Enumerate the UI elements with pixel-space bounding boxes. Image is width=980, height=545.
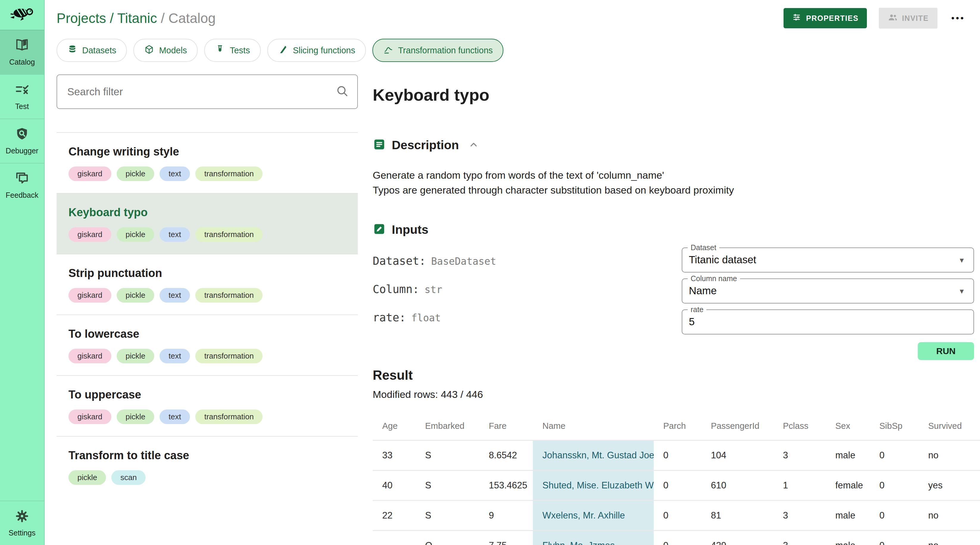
catalog-item-to-lowercase[interactable]: To lowercasegiskardpickletexttransformat… — [57, 315, 358, 375]
signature-row: Column:str — [373, 283, 682, 296]
app-logo[interactable] — [0, 0, 44, 30]
tag-giskard: giskard — [68, 288, 111, 303]
tag-transformation: transformation — [195, 410, 262, 424]
tag-transformation: transformation — [195, 227, 262, 242]
table-row: 22S9Wxelens, Mr. Axhille0813male0no — [373, 500, 980, 531]
sidebar-item-catalog[interactable]: Catalog — [0, 30, 44, 74]
invite-button[interactable]: INVITE — [879, 8, 938, 29]
properties-button[interactable]: PROPERTIES — [784, 8, 867, 28]
tab-label: Tests — [230, 46, 250, 56]
cube-icon — [144, 45, 154, 57]
catalog-item-title: Keyboard typo — [68, 206, 346, 219]
sidebar-item-label: Settings — [9, 529, 35, 537]
table-cell: yes — [919, 470, 980, 500]
modified-name-cell: Flyhn, Me. Jzmes — [533, 531, 654, 545]
turtle-logo-icon — [8, 4, 36, 25]
function-list-panel: Change writing stylegiskardpickletexttra… — [57, 62, 358, 545]
sidebar-item-label: Debugger — [6, 147, 38, 155]
catalog-item-transform-to-title-case[interactable]: Transform to title casepicklescan — [57, 437, 358, 497]
sidebar-item-settings[interactable]: Settings — [0, 500, 44, 545]
table-cell: 0 — [870, 531, 919, 545]
sidebar-item-feedback[interactable]: Feedback — [0, 163, 44, 207]
table-row: 33S8.6542Johansskn, Mt. Gustad Joel01043… — [373, 440, 980, 470]
sidebar-item-test[interactable]: Test — [0, 74, 44, 118]
table-cell: 0 — [870, 440, 919, 470]
run-button[interactable]: RUN — [918, 342, 974, 360]
param-name: Dataset: — [373, 255, 426, 268]
more-menu-button[interactable]: ••• — [949, 13, 967, 24]
tab-models[interactable]: Models — [134, 39, 198, 62]
table-cell: 0 — [654, 500, 702, 531]
catalog-item-title: To lowercase — [68, 328, 346, 340]
table-cell: S — [415, 440, 479, 470]
tag-row: giskardpickletexttransformation — [68, 349, 346, 363]
tab-datasets[interactable]: Datasets — [57, 39, 127, 62]
table-cell: 0 — [654, 440, 702, 470]
tag-transformation: transformation — [195, 166, 262, 181]
search-input[interactable] — [57, 75, 357, 108]
tune-icon — [792, 13, 801, 24]
description-line: Generate a random typo from words of the… — [373, 168, 974, 183]
column-header-parch: Parch — [654, 412, 702, 440]
table-header-row: AgeEmbarkedFareNameParchPassengerIdPclas… — [373, 412, 980, 440]
tab-slicing-functions[interactable]: Slicing functions — [267, 39, 366, 62]
invite-label: INVITE — [902, 14, 929, 22]
table-cell: S — [415, 470, 479, 500]
catalog-item-strip-punctuation[interactable]: Strip punctuationgiskardpickletexttransf… — [57, 254, 358, 314]
main-area: Projects / Titanic / Catalog PROPERTIES — [45, 0, 980, 545]
tag-pickle: pickle — [117, 349, 154, 363]
catalog-item-title: Transform to title case — [68, 449, 346, 462]
gear-icon — [14, 508, 30, 525]
table-cell: 3 — [773, 440, 826, 470]
breadcrumb-current-catalog: Catalog — [169, 10, 216, 26]
tab-tests[interactable]: Tests — [204, 39, 261, 62]
table-cell: 0 — [654, 470, 702, 500]
tab-transformation-functions[interactable]: Transformation functions — [372, 39, 503, 62]
database-icon — [67, 45, 77, 57]
collapse-description-button[interactable] — [468, 139, 479, 151]
table-cell: 0 — [870, 500, 919, 531]
tag-row: giskardpickletexttransformation — [68, 288, 346, 303]
test-tube-icon — [215, 45, 225, 57]
column-header-sibsp: SibSp — [870, 412, 919, 440]
signature-row: rate:float — [373, 311, 682, 324]
sidebar-item-debugger[interactable]: Debugger — [0, 118, 44, 163]
modified-rows-count: Modified rows: 443 / 446 — [373, 389, 974, 400]
column-header-passengerid: PassengerId — [702, 412, 773, 440]
table-cell: 153.4625 — [479, 470, 533, 500]
chevron-up-icon — [468, 147, 479, 151]
catalog-item-to-uppercase[interactable]: To uppercasegiskardpickletexttransformat… — [57, 376, 358, 436]
breadcrumb-projects[interactable]: Projects — [57, 10, 106, 26]
knife-icon — [278, 45, 288, 57]
table-cell: 3 — [773, 531, 826, 545]
tag-text: text — [159, 349, 190, 363]
catalog-item-change-writing-style[interactable]: Change writing stylegiskardpickletexttra… — [57, 133, 358, 193]
tag-text: text — [159, 410, 190, 424]
field-label: rate — [688, 305, 706, 314]
tab-label: Transformation functions — [398, 46, 493, 56]
table-row: Q7.75Flyhn, Me. Jzmes04293male0no — [373, 531, 980, 545]
inputs-heading: Inputs — [392, 223, 428, 237]
tag-row: giskardpickletexttransformation — [68, 410, 346, 424]
catalog-item-title: Change writing style — [68, 145, 346, 158]
result-heading: Result — [373, 368, 974, 383]
tag-giskard: giskard — [68, 166, 111, 181]
column-header-age: Age — [373, 412, 415, 440]
tab-label: Datasets — [82, 46, 116, 56]
tag-text: text — [159, 288, 190, 303]
field-value: Titanic dataset — [682, 248, 974, 266]
column-header-fare: Fare — [479, 412, 533, 440]
pencil-square-icon — [373, 223, 386, 237]
people-icon — [888, 12, 898, 24]
input-field-dataset[interactable]: DatasetTitanic dataset▼ — [682, 247, 974, 272]
table-cell: no — [919, 500, 980, 531]
table-cell: male — [826, 440, 870, 470]
breadcrumb-project-titanic[interactable]: Titanic — [117, 10, 157, 26]
function-list: Change writing stylegiskardpickletexttra… — [57, 132, 358, 497]
table-cell: 429 — [702, 531, 773, 545]
input-field-rate[interactable]: rate5 — [682, 309, 974, 335]
sidebar-item-label: Catalog — [9, 58, 35, 67]
tab-label: Models — [159, 46, 187, 56]
input-field-column-name[interactable]: Column nameName▼ — [682, 279, 974, 303]
catalog-item-keyboard-typo[interactable]: Keyboard typogiskardpickletexttransforma… — [57, 194, 358, 254]
